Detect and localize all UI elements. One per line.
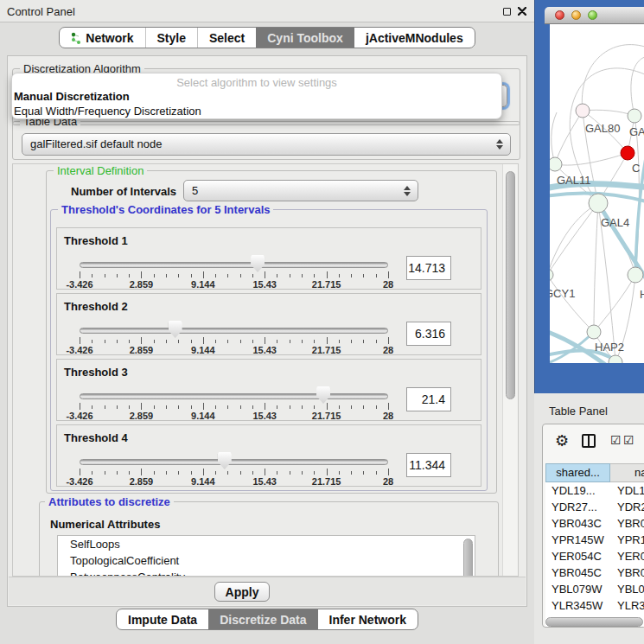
- node-gal11[interactable]: [550, 157, 562, 171]
- combo-arrows-icon: [496, 139, 503, 150]
- threshold-2-panel: Threshold 2 -3.4262.8599.14415.4321.7152…: [56, 293, 481, 355]
- tab-jactivemnodules[interactable]: jActiveMNodules: [354, 28, 475, 48]
- table-header-row: shared... na: [545, 463, 644, 482]
- checkbox-icon[interactable]: ☑: [610, 433, 622, 447]
- svg-text:GCY1: GCY1: [550, 287, 575, 300]
- tab-network[interactable]: Network: [60, 28, 144, 48]
- table-panel-box: ⚙ ☑ ☑ shared... na YDL19...YDL1 YDR27...…: [542, 424, 644, 628]
- cyni-toolbox-panel: Discretization Algorithm Select algorith…: [7, 55, 527, 607]
- dropdown-placeholder: Select algorithm to view settings: [12, 76, 501, 89]
- settings-vertical-scrollbar[interactable]: [502, 164, 518, 576]
- tab-select[interactable]: Select: [197, 28, 256, 48]
- threshold-1-panel: Threshold 1 -3.4262.8599.14415.4321.7152…: [56, 227, 481, 290]
- threshold-1-slider-handle[interactable]: [251, 255, 265, 272]
- threshold-1-label: Threshold 1: [64, 234, 128, 247]
- attributes-group-label: Attributes to discretize: [45, 495, 174, 508]
- network-icon: [71, 32, 81, 44]
- attributes-to-discretize-group: Attributes to discretize Numerical Attri…: [39, 501, 499, 577]
- apply-button[interactable]: Apply: [214, 582, 270, 602]
- tab-cyni-toolbox[interactable]: Cyni Toolbox: [256, 28, 354, 48]
- threshold-4-slider-track[interactable]: [80, 459, 388, 465]
- close-icon[interactable]: [518, 7, 526, 16]
- svg-text:GA: GA: [629, 125, 644, 138]
- table-panel-title: Table Panel: [549, 405, 608, 418]
- right-side-area: GAL80 GA GAL11 C GAL4 GCY1 H HAP2 Table …: [534, 0, 644, 644]
- node-gal80[interactable]: [576, 104, 590, 118]
- number-of-intervals-combobox[interactable]: 5: [183, 180, 418, 201]
- svg-text:C: C: [632, 162, 640, 175]
- table-row[interactable]: YER054CYER0: [545, 548, 644, 564]
- node-h[interactable]: [628, 267, 643, 283]
- threshold-4-tick-marks: [80, 469, 388, 476]
- node-ga[interactable]: [628, 109, 641, 123]
- tab-style[interactable]: Style: [145, 28, 197, 48]
- control-panel-window: Control Panel Network Style Select Cyni …: [0, 0, 534, 644]
- threshold-2-slider-handle[interactable]: [169, 321, 182, 338]
- thresholds-coordinates-group: Threshold's Coordinates for 5 Intervals …: [50, 209, 488, 491]
- dropdown-option-equal-width-frequency[interactable]: Equal Width/Frequency Discretization: [12, 104, 501, 118]
- threshold-3-label: Threshold 3: [64, 366, 128, 379]
- node-hap2[interactable]: [587, 325, 601, 339]
- combo-arrows-icon: [404, 186, 411, 196]
- split-columns-icon[interactable]: [582, 434, 596, 448]
- table-row[interactable]: YDL19...YDL1: [545, 482, 644, 499]
- threshold-3-slider-handle[interactable]: [316, 386, 330, 404]
- table-row[interactable]: YLR345WYLR3: [545, 597, 644, 614]
- tab-discretize-data[interactable]: Discretize Data: [208, 609, 317, 629]
- column-header-name[interactable]: na: [610, 463, 644, 482]
- threshold-2-value-field[interactable]: 6.316: [406, 322, 451, 346]
- threshold-3-value-field[interactable]: 21.4: [406, 387, 451, 411]
- list-item-betweennesscentrality[interactable]: BetweennessCentrality: [58, 569, 475, 577]
- table-row[interactable]: YPR145WYPR1: [545, 532, 644, 548]
- dropdown-option-manual-discretization[interactable]: Manual Discretization: [12, 89, 501, 104]
- number-of-intervals-label: Number of Intervals: [71, 185, 176, 198]
- tab-impute-data[interactable]: Impute Data: [117, 609, 208, 629]
- table-row[interactable]: YBR043CYBR0: [545, 515, 644, 532]
- node-selected-red[interactable]: [621, 146, 634, 160]
- numerical-attributes-label: Numerical Attributes: [50, 518, 160, 531]
- minimize-traffic-light-icon[interactable]: [571, 10, 581, 20]
- network-window: GAL80 GA GAL11 C GAL4 GCY1 H HAP2: [534, 0, 644, 393]
- gear-icon[interactable]: ⚙: [555, 431, 569, 450]
- table-row[interactable]: YDR27...YDR2: [545, 499, 644, 515]
- threshold-4-slider-handle[interactable]: [218, 452, 232, 469]
- table-horizontal-scrollbar[interactable]: [545, 617, 643, 627]
- table-data-combobox[interactable]: galFiltered.sif default node: [22, 133, 511, 156]
- table-row[interactable]: YBR045CYBR0: [545, 564, 644, 581]
- node-gal4[interactable]: [589, 194, 608, 213]
- control-panel-titlebar: Control Panel: [0, 0, 534, 22]
- threshold-4-value-field[interactable]: 11.344: [406, 453, 451, 477]
- threshold-3-slider-track[interactable]: [80, 393, 388, 399]
- panel-title: Control Panel: [7, 5, 75, 18]
- interval-definition-label: Interval Definition: [54, 164, 147, 177]
- threshold-2-slider-track[interactable]: [80, 328, 388, 334]
- attributes-list-scrollbar[interactable]: [463, 539, 473, 577]
- float-window-icon[interactable]: [503, 8, 511, 16]
- network-canvas[interactable]: GAL80 GA GAL11 C GAL4 GCY1 H HAP2: [550, 24, 644, 363]
- tab-network-label: Network: [86, 31, 133, 45]
- table-panel-area: Table Panel ⚙ ☑ ☑ shared... na YDL19...Y…: [534, 393, 644, 644]
- scrollbar-thumb[interactable]: [506, 171, 515, 399]
- node-gcy1[interactable]: [550, 269, 553, 281]
- threshold-1-tick-marks: [80, 271, 388, 279]
- threshold-1-slider-track[interactable]: [80, 262, 388, 268]
- table-row[interactable]: YBL079WYBL0: [545, 581, 644, 597]
- apply-bar: Apply: [9, 577, 526, 605]
- svg-text:GAL80: GAL80: [585, 122, 620, 135]
- zoom-traffic-light-icon[interactable]: [588, 10, 597, 20]
- tab-infer-network[interactable]: Infer Network: [318, 609, 418, 629]
- algorithm-dropdown-popup: Select algorithm to view settings Manual…: [11, 73, 502, 119]
- table-data-group: Table Data galFiltered.sif default node: [12, 121, 520, 160]
- thresholds-group-label: Threshold's Coordinates for 5 Intervals: [58, 203, 273, 216]
- list-item-topologicalcoefficient[interactable]: TopologicalCoefficient: [58, 552, 475, 569]
- list-item-selfloops[interactable]: SelfLoops: [58, 536, 475, 552]
- checkbox-icon[interactable]: ☑: [623, 433, 634, 447]
- threshold-1-value-field[interactable]: 14.713: [406, 256, 451, 280]
- threshold-3-tick-marks: [80, 403, 388, 411]
- close-traffic-light-icon[interactable]: [555, 10, 564, 20]
- threshold-2-tick-marks: [80, 337, 388, 345]
- column-header-shared[interactable]: shared...: [545, 463, 610, 482]
- network-window-titlebar[interactable]: [545, 7, 644, 24]
- threshold-4-panel: Threshold 4 -3.4262.8599.14415.4321.7152…: [56, 424, 481, 487]
- settings-scroll-region: Interval Definition Number of Intervals …: [12, 163, 519, 577]
